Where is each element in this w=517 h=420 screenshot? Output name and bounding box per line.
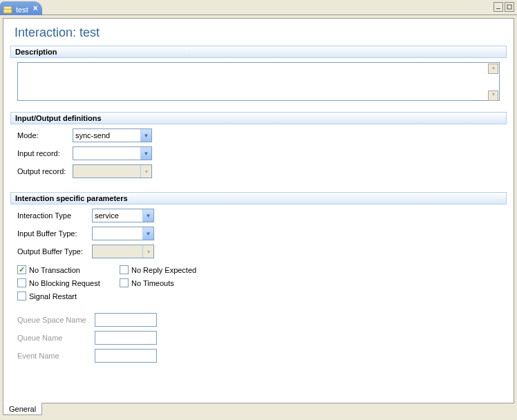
no-reply-label: No Reply Expected [131,266,196,274]
no-timeouts-checkbox[interactable] [120,278,129,287]
input-buffer-label: Input Buffer Type: [17,229,92,238]
section-description: Description ▴ ▾ [10,46,507,106]
section-header-description: Description [10,46,507,58]
svg-rect-3 [507,5,511,9]
section-io: Input/Output definitions Mode: ▼ Input r… [10,112,507,187]
queue-name-input [95,331,157,345]
output-buffer-select [92,245,154,258]
interaction-type-label: Interaction Type [17,211,92,220]
mode-select[interactable] [73,128,152,142]
no-blocking-label: No Blocking Request [29,279,100,287]
close-icon[interactable]: × [33,3,38,13]
svg-rect-1 [3,9,12,13]
scroll-up-icon[interactable]: ▴ [488,64,498,74]
no-timeouts-label: No Timeouts [131,279,174,287]
input-record-select[interactable] [73,146,152,160]
queue-space-input [95,313,157,327]
tab-general[interactable]: General [3,403,42,415]
section-params: Interaction specific parameters Interact… [10,192,507,371]
bottom-tab-bar: General [3,403,514,417]
section-header-params: Interaction specific parameters [10,192,507,204]
no-blocking-checkbox[interactable] [17,278,26,287]
no-reply-checkbox[interactable] [120,265,129,274]
event-name-input [95,349,157,363]
window-controls [494,2,514,12]
signal-restart-checkbox[interactable] [17,292,26,300]
output-record-label: Output record: [17,167,73,175]
section-header-io: Input/Output definitions [10,112,507,124]
signal-restart-label: Signal Restart [29,292,77,300]
queue-name-label: Queue Name [17,334,95,342]
svg-rect-2 [496,8,500,9]
editor-tab-test[interactable]: test × [0,1,42,15]
tab-title: test [16,6,28,14]
output-buffer-label: Output Buffer Type: [17,247,92,256]
maximize-button[interactable] [505,2,514,12]
input-buffer-select[interactable] [92,227,154,240]
page-title: Interaction: test [15,26,507,40]
no-transaction-checkbox[interactable] [17,265,26,274]
no-transaction-label: No Transaction [29,266,80,274]
minimize-button[interactable] [494,2,503,12]
editor-area: Interaction: test Description ▴ ▾ Input/… [3,18,514,403]
scroll-down-icon[interactable]: ▾ [488,90,498,101]
event-name-label: Event Name [17,352,95,360]
title-bar: test × [0,0,517,15]
input-record-label: Input record: [17,149,73,158]
queue-space-label: Queue Space Name [17,316,95,324]
mode-label: Mode: [17,131,73,140]
interaction-type-select[interactable] [92,209,154,222]
output-record-select [73,164,152,178]
description-textarea[interactable] [17,62,500,101]
file-icon [3,6,13,14]
